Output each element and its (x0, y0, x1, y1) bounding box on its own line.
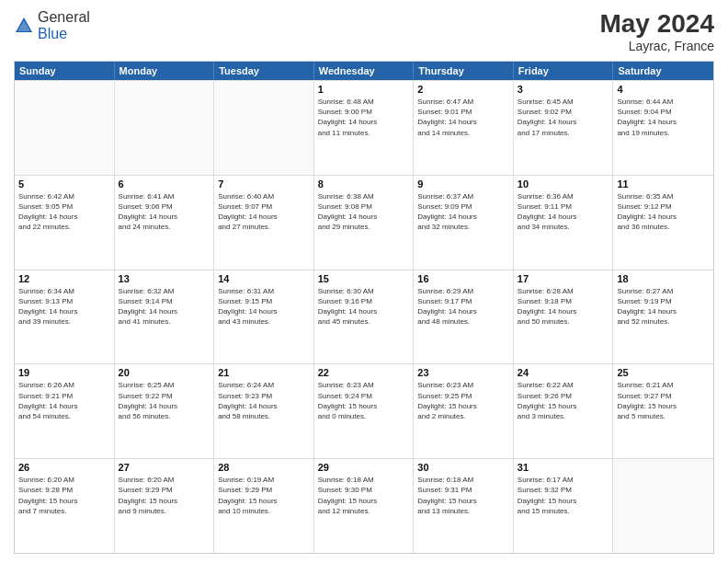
logo-general-text: General (38, 9, 90, 25)
day-info: Sunrise: 6:21 AM Sunset: 9:27 PM Dayligh… (617, 380, 710, 421)
day-info: Sunrise: 6:23 AM Sunset: 9:24 PM Dayligh… (318, 380, 410, 421)
day-info: Sunrise: 6:17 AM Sunset: 9:32 PM Dayligh… (518, 475, 609, 516)
header-day-thursday: Thursday (414, 62, 514, 80)
day-info: Sunrise: 6:36 AM Sunset: 9:11 PM Dayligh… (518, 191, 609, 233)
day-info: Sunrise: 6:31 AM Sunset: 9:15 PM Dayligh… (218, 286, 310, 327)
day-21: 21Sunrise: 6:24 AM Sunset: 9:23 PM Dayli… (214, 364, 314, 458)
empty-cell-4-6 (613, 459, 713, 553)
calendar-header: SundayMondayTuesdayWednesdayThursdayFrid… (15, 62, 713, 80)
day-16: 16Sunrise: 6:29 AM Sunset: 9:17 PM Dayli… (414, 270, 514, 364)
date-number: 15 (318, 273, 410, 284)
date-number: 8 (318, 178, 410, 190)
day-info: Sunrise: 6:23 AM Sunset: 9:25 PM Dayligh… (417, 380, 509, 421)
header-day-sunday: Sunday (15, 62, 115, 80)
page: General Blue May 2024 Layrac, France Sun… (0, 0, 728, 563)
date-number: 25 (617, 367, 710, 378)
calendar-row-4: 26Sunrise: 6:20 AM Sunset: 9:28 PM Dayli… (15, 458, 713, 553)
calendar: SundayMondayTuesdayWednesdayThursdayFrid… (14, 61, 714, 554)
date-number: 17 (518, 273, 609, 284)
date-number: 29 (318, 462, 410, 473)
empty-cell-0-2 (214, 81, 314, 175)
day-info: Sunrise: 6:42 AM Sunset: 9:05 PM Dayligh… (18, 191, 110, 233)
date-number: 18 (617, 273, 710, 284)
date-number: 31 (518, 462, 609, 473)
date-number: 2 (417, 84, 509, 95)
day-info: Sunrise: 6:32 AM Sunset: 9:14 PM Dayligh… (119, 286, 210, 327)
day-20: 20Sunrise: 6:25 AM Sunset: 9:22 PM Dayli… (115, 364, 215, 458)
date-number: 4 (617, 84, 710, 95)
header-day-monday: Monday (115, 62, 215, 80)
date-number: 13 (119, 273, 210, 284)
date-number: 27 (119, 462, 210, 473)
date-number: 19 (18, 367, 110, 378)
header-day-friday: Friday (514, 62, 614, 80)
date-number: 1 (318, 84, 410, 95)
day-info: Sunrise: 6:48 AM Sunset: 9:00 PM Dayligh… (318, 97, 410, 138)
logo-icon (14, 16, 34, 36)
date-number: 11 (617, 178, 710, 190)
day-31: 31Sunrise: 6:17 AM Sunset: 9:32 PM Dayli… (514, 459, 614, 553)
day-27: 27Sunrise: 6:20 AM Sunset: 9:29 PM Dayli… (115, 459, 215, 553)
date-number: 24 (518, 367, 609, 378)
day-12: 12Sunrise: 6:34 AM Sunset: 9:13 PM Dayli… (15, 270, 115, 364)
day-15: 15Sunrise: 6:30 AM Sunset: 9:16 PM Dayli… (314, 270, 415, 364)
day-7: 7Sunrise: 6:40 AM Sunset: 9:07 PM Daylig… (214, 176, 314, 270)
date-number: 12 (18, 273, 110, 284)
day-info: Sunrise: 6:45 AM Sunset: 9:02 PM Dayligh… (518, 97, 609, 138)
day-info: Sunrise: 6:28 AM Sunset: 9:18 PM Dayligh… (518, 286, 609, 327)
day-info: Sunrise: 6:18 AM Sunset: 9:30 PM Dayligh… (318, 475, 410, 516)
date-number: 10 (518, 178, 609, 190)
day-info: Sunrise: 6:41 AM Sunset: 9:06 PM Dayligh… (119, 191, 210, 233)
date-number: 5 (18, 178, 110, 190)
date-number: 14 (218, 273, 310, 284)
day-30: 30Sunrise: 6:18 AM Sunset: 9:31 PM Dayli… (414, 459, 514, 553)
date-number: 6 (119, 178, 210, 190)
title-block: May 2024 Layrac, France (599, 9, 714, 53)
day-info: Sunrise: 6:35 AM Sunset: 9:12 PM Dayligh… (617, 191, 710, 233)
day-info: Sunrise: 6:44 AM Sunset: 9:04 PM Dayligh… (617, 97, 710, 138)
day-8: 8Sunrise: 6:38 AM Sunset: 9:08 PM Daylig… (314, 176, 415, 270)
calendar-row-2: 12Sunrise: 6:34 AM Sunset: 9:13 PM Dayli… (15, 270, 713, 364)
day-info: Sunrise: 6:22 AM Sunset: 9:26 PM Dayligh… (518, 380, 609, 421)
logo: General Blue (14, 9, 90, 42)
day-6: 6Sunrise: 6:41 AM Sunset: 9:06 PM Daylig… (115, 176, 215, 270)
date-number: 7 (218, 178, 310, 190)
day-info: Sunrise: 6:24 AM Sunset: 9:23 PM Dayligh… (218, 380, 310, 421)
day-24: 24Sunrise: 6:22 AM Sunset: 9:26 PM Dayli… (514, 364, 614, 458)
date-number: 3 (518, 84, 609, 95)
day-25: 25Sunrise: 6:21 AM Sunset: 9:27 PM Dayli… (613, 364, 713, 458)
day-info: Sunrise: 6:25 AM Sunset: 9:22 PM Dayligh… (119, 380, 210, 421)
day-info: Sunrise: 6:27 AM Sunset: 9:19 PM Dayligh… (617, 286, 710, 327)
day-28: 28Sunrise: 6:19 AM Sunset: 9:29 PM Dayli… (214, 459, 314, 553)
day-1: 1Sunrise: 6:48 AM Sunset: 9:00 PM Daylig… (314, 81, 415, 175)
day-4: 4Sunrise: 6:44 AM Sunset: 9:04 PM Daylig… (613, 81, 713, 175)
date-number: 28 (218, 462, 310, 473)
date-number: 16 (417, 273, 509, 284)
logo-blue-text: Blue (38, 26, 67, 41)
date-number: 9 (417, 178, 509, 190)
date-number: 20 (119, 367, 210, 378)
day-info: Sunrise: 6:18 AM Sunset: 9:31 PM Dayligh… (417, 475, 509, 516)
header-day-saturday: Saturday (613, 62, 713, 80)
location-subtitle: Layrac, France (599, 39, 714, 53)
day-26: 26Sunrise: 6:20 AM Sunset: 9:28 PM Dayli… (15, 459, 115, 553)
calendar-row-0: 1Sunrise: 6:48 AM Sunset: 9:00 PM Daylig… (15, 80, 713, 175)
date-number: 30 (417, 462, 509, 473)
calendar-body: 1Sunrise: 6:48 AM Sunset: 9:00 PM Daylig… (15, 80, 713, 553)
day-11: 11Sunrise: 6:35 AM Sunset: 9:12 PM Dayli… (613, 176, 713, 270)
calendar-row-3: 19Sunrise: 6:26 AM Sunset: 9:21 PM Dayli… (15, 363, 713, 458)
day-info: Sunrise: 6:47 AM Sunset: 9:01 PM Dayligh… (417, 97, 509, 138)
day-9: 9Sunrise: 6:37 AM Sunset: 9:09 PM Daylig… (414, 176, 514, 270)
day-29: 29Sunrise: 6:18 AM Sunset: 9:30 PM Dayli… (314, 459, 415, 553)
day-info: Sunrise: 6:19 AM Sunset: 9:29 PM Dayligh… (218, 475, 310, 516)
day-3: 3Sunrise: 6:45 AM Sunset: 9:02 PM Daylig… (514, 81, 614, 175)
day-18: 18Sunrise: 6:27 AM Sunset: 9:19 PM Dayli… (613, 270, 713, 364)
header-day-tuesday: Tuesday (214, 62, 314, 80)
header-day-wednesday: Wednesday (314, 62, 415, 80)
day-14: 14Sunrise: 6:31 AM Sunset: 9:15 PM Dayli… (214, 270, 314, 364)
day-info: Sunrise: 6:40 AM Sunset: 9:07 PM Dayligh… (218, 191, 310, 233)
day-22: 22Sunrise: 6:23 AM Sunset: 9:24 PM Dayli… (314, 364, 415, 458)
day-2: 2Sunrise: 6:47 AM Sunset: 9:01 PM Daylig… (414, 81, 514, 175)
day-info: Sunrise: 6:26 AM Sunset: 9:21 PM Dayligh… (18, 380, 110, 421)
day-19: 19Sunrise: 6:26 AM Sunset: 9:21 PM Dayli… (15, 364, 115, 458)
